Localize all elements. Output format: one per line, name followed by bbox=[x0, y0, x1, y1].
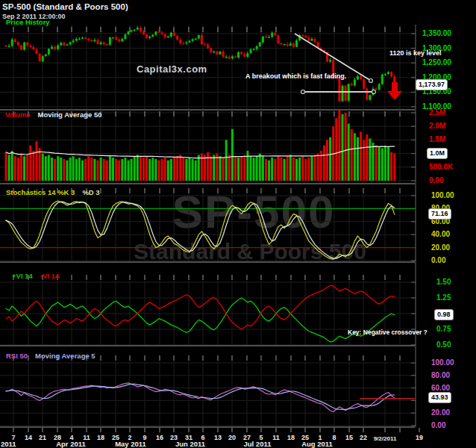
y-axis-label: 1,350.00 bbox=[422, 29, 451, 37]
x-axis-month-label: Aug 2011 bbox=[293, 441, 341, 448]
x-axis-label: 22 bbox=[356, 434, 371, 441]
current-stochastics-box: 71.16 bbox=[428, 208, 451, 220]
stochastics-k-label: Stochastics 14 %K 3 bbox=[6, 188, 75, 196]
y-axis-label: 0.00 bbox=[431, 256, 445, 264]
site-watermark: Capital3x.com bbox=[137, 63, 207, 75]
current-volume-box: 1.0M bbox=[427, 148, 448, 159]
y-axis-label: 80.00 bbox=[431, 371, 450, 379]
crossover-annotation: Key: Negative crossover ? bbox=[348, 329, 428, 336]
y-axis-label: 500.0K bbox=[429, 163, 453, 171]
y-axis-label: 20.00 bbox=[431, 408, 450, 417]
y-axis-label: 2.5M bbox=[429, 108, 445, 116]
current-rsi-box: 43.93 bbox=[428, 392, 451, 403]
y-axis-label: 0.50 bbox=[436, 340, 451, 349]
rsi-ma-label: Moving Average 5 bbox=[35, 352, 95, 360]
rsi-panel-header[interactable]: RSI 50 Moving Average 5 bbox=[6, 352, 95, 360]
y-axis-label: 100.00 bbox=[431, 191, 454, 199]
y-axis-label: 2.0M bbox=[429, 122, 445, 130]
x-axis-month-label: 2011 bbox=[1, 441, 31, 448]
price-panel-header[interactable]: Price History bbox=[6, 18, 50, 26]
y-axis-label: 1.25 bbox=[436, 293, 451, 302]
vi-minus-label: -VI 14 bbox=[40, 272, 59, 280]
x-axis-label: 15 bbox=[342, 434, 357, 441]
vortex-panel-header[interactable]: +VI 14 -VI 14 bbox=[12, 272, 59, 280]
volume-label: Volume bbox=[5, 111, 31, 119]
key-level-annotation: 1120 is key level bbox=[389, 49, 442, 57]
price-history-label: Price History bbox=[6, 18, 50, 26]
chart-application-window: SP-500 Standard & Poors 500 SP-500 (Stan… bbox=[0, 0, 476, 448]
x-axis-month-label: Apr 2011 bbox=[47, 441, 95, 448]
volume-panel-header[interactable]: Volume Moving Average 50 bbox=[5, 111, 102, 119]
x-axis-month-label: May 2011 bbox=[107, 441, 154, 448]
y-axis-label: 0.00 bbox=[431, 421, 445, 429]
y-axis-label: 100.00 bbox=[431, 358, 454, 367]
stochastics-d-label: %D 3 bbox=[82, 188, 99, 196]
y-axis-label: 1.5M bbox=[429, 135, 445, 143]
current-vortex-box: 0.98 bbox=[434, 309, 454, 320]
y-axis-label: 40.00 bbox=[431, 230, 450, 238]
x-axis-label: 19 bbox=[412, 434, 427, 441]
chart-canvas[interactable] bbox=[0, 0, 476, 448]
x-axis-label: 18 bbox=[93, 434, 108, 441]
y-axis-label: 60.00 bbox=[431, 384, 450, 392]
breakout-annotation: A breakout which is fast fading. bbox=[245, 72, 346, 80]
volume-ma-label: Moving Average 50 bbox=[38, 111, 102, 119]
y-axis-label: 1,250.00 bbox=[422, 58, 451, 66]
x-axis-month-label: Jun 2011 bbox=[166, 441, 214, 448]
x-axis-month-label: Jul 2011 bbox=[234, 441, 281, 448]
page-title: SP-500 (Standard & Poors 500) bbox=[2, 2, 128, 11]
x-axis-label: 16 bbox=[152, 434, 167, 441]
rsi-label: RSI 50 bbox=[6, 352, 28, 360]
stochastics-panel-header[interactable]: Stochastics 14 %K 3 %D 3 bbox=[6, 188, 100, 196]
y-axis-label: 0.00 bbox=[429, 176, 443, 184]
current-price-box: 1,173.97 bbox=[416, 79, 448, 90]
y-axis-label: 0.75 bbox=[436, 325, 451, 333]
y-axis-label: 1.50 bbox=[436, 278, 451, 286]
y-axis-label: 20.00 bbox=[431, 243, 450, 252]
vi-plus-label: +VI 14 bbox=[12, 272, 33, 280]
x-axis-current-date-label: 9/2/2011 bbox=[370, 435, 400, 443]
